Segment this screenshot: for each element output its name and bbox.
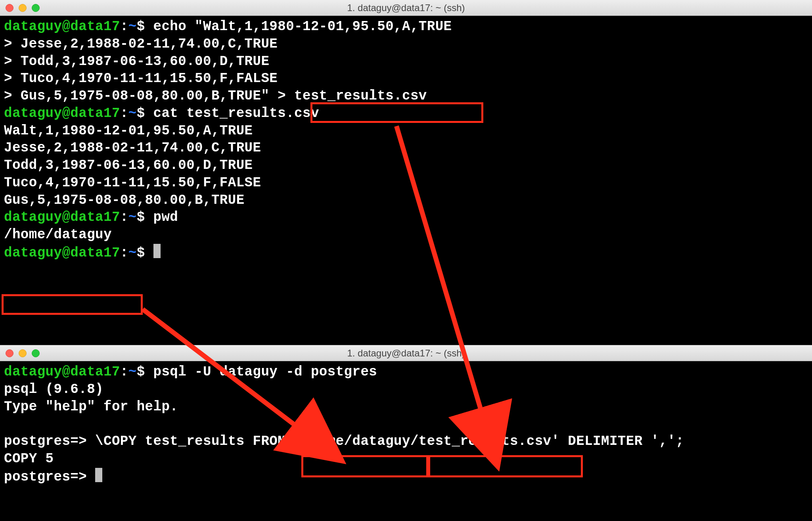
- titlebar-bottom[interactable]: 1. dataguy@data17: ~ (ssh): [0, 345, 812, 361]
- pwd-output: /home/dataguy: [4, 227, 112, 242]
- pwd-command: pwd: [153, 210, 178, 225]
- prompt-path: ~: [128, 19, 137, 34]
- traffic-lights: [6, 349, 40, 357]
- zoom-icon[interactable]: [32, 4, 40, 12]
- cat-command: cat test_results.csv: [153, 106, 319, 121]
- psql-banner: psql (9.6.8): [4, 382, 103, 397]
- copy-path-file: test_results.csv': [419, 434, 560, 449]
- terminal-window-top: 1. dataguy@data17: ~ (ssh) dataguy@data1…: [0, 0, 812, 264]
- window-title: 1. dataguy@data17: ~ (ssh): [347, 2, 465, 13]
- highlight-pwd-output: [2, 294, 143, 315]
- csv-output-file: test_results.csv: [294, 88, 427, 103]
- close-icon[interactable]: [6, 4, 13, 12]
- close-icon[interactable]: [6, 349, 13, 357]
- postgres-prompt: postgres=>: [4, 434, 87, 449]
- terminal-body-top[interactable]: dataguy@data17:~$ echo "Walt,1,1980-12-0…: [0, 16, 812, 264]
- copy-result: COPY 5: [4, 451, 54, 466]
- titlebar-top[interactable]: 1. dataguy@data17: ~ (ssh): [0, 0, 812, 16]
- echo-command: echo "Walt,1,1980-12-01,95.50,A,TRUE: [153, 19, 452, 34]
- psql-command: psql -U dataguy -d postgres: [153, 364, 377, 379]
- prompt-user: dataguy@data17: [4, 19, 120, 34]
- copy-path-dir: '/home/dataguy/: [294, 434, 419, 449]
- minimize-icon[interactable]: [19, 4, 27, 12]
- cursor-icon: [153, 244, 161, 258]
- window-title: 1. dataguy@data17: ~ (ssh): [347, 348, 465, 359]
- copy-command: \COPY test_results FROM '/home/dataguy/t…: [95, 434, 684, 449]
- zoom-icon[interactable]: [32, 349, 40, 357]
- cursor-icon: [95, 468, 102, 482]
- cat-output: Walt,1,1980-12-01,95.50,A,TRUE: [4, 123, 253, 138]
- terminal-window-bottom: 1. dataguy@data17: ~ (ssh) dataguy@data1…: [0, 345, 812, 488]
- traffic-lights: [6, 4, 40, 12]
- minimize-icon[interactable]: [19, 349, 27, 357]
- terminal-body-bottom[interactable]: dataguy@data17:~$ psql -U dataguy -d pos…: [0, 361, 812, 488]
